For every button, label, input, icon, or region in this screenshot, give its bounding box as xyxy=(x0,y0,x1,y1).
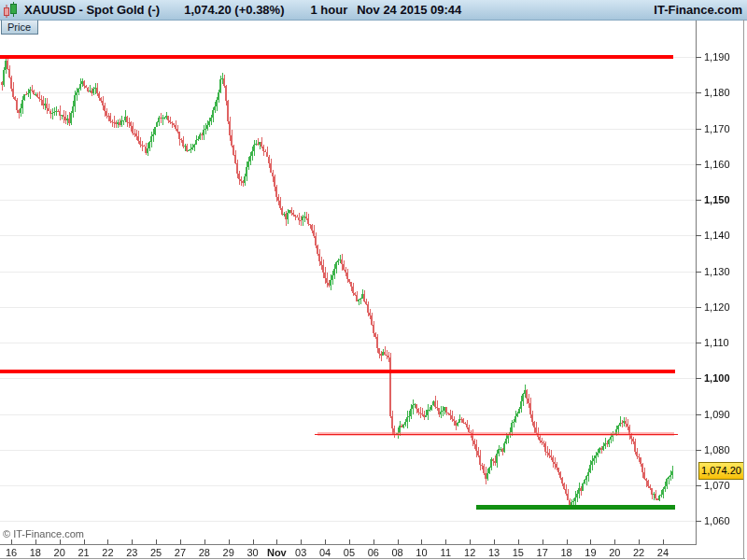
window-bottom-edge xyxy=(0,558,745,559)
candlestick-chart-plot-area[interactable] xyxy=(0,0,747,560)
brand-label: IT-Finance.com xyxy=(654,3,742,17)
symbol-title: XAUUSD - Spot Gold (-) xyxy=(24,3,160,17)
y-axis-label: 1,130 xyxy=(704,265,745,278)
window-right-edge xyxy=(743,20,744,559)
candlestick-logo-icon xyxy=(3,1,18,19)
header-bar: XAUUSD - Spot Gold (-) 1,074.20 (+0.38%)… xyxy=(0,0,747,21)
current-price-badge: 1,074.20 xyxy=(698,462,744,480)
y-axis-label: 1,110 xyxy=(704,336,745,349)
y-axis-label: 1,070 xyxy=(704,479,745,492)
y-axis-label: 1,160 xyxy=(704,158,745,171)
tab-price-label: Price xyxy=(7,21,31,33)
y-axis-label: 1,080 xyxy=(704,443,745,456)
y-axis-label: 1,090 xyxy=(704,408,745,421)
last-price-and-change: 1,074.20 (+0.38%) xyxy=(184,3,284,17)
y-axis-label: 1,120 xyxy=(704,301,745,314)
y-axis-label: 1,140 xyxy=(704,229,745,242)
y-axis-label: 1,180 xyxy=(704,86,745,99)
timeframe-label: 1 hour xyxy=(310,3,347,17)
y-axis-label: 1,190 xyxy=(704,50,745,63)
tab-price[interactable]: Price xyxy=(1,20,38,35)
copyright-watermark: © IT-Finance.com xyxy=(3,528,84,539)
y-axis-label: 1,150 xyxy=(704,193,745,206)
y-axis-label: 1,100 xyxy=(704,371,745,385)
datetime-label: Nov 24 2015 09:44 xyxy=(357,3,461,17)
current-price-badge-value: 1,074.20 xyxy=(701,465,741,476)
chart-application-window: XAUUSD - Spot Gold (-) 1,074.20 (+0.38%)… xyxy=(0,0,747,560)
y-axis-label: 1,060 xyxy=(704,514,745,527)
y-axis-label: 1,170 xyxy=(704,122,745,135)
